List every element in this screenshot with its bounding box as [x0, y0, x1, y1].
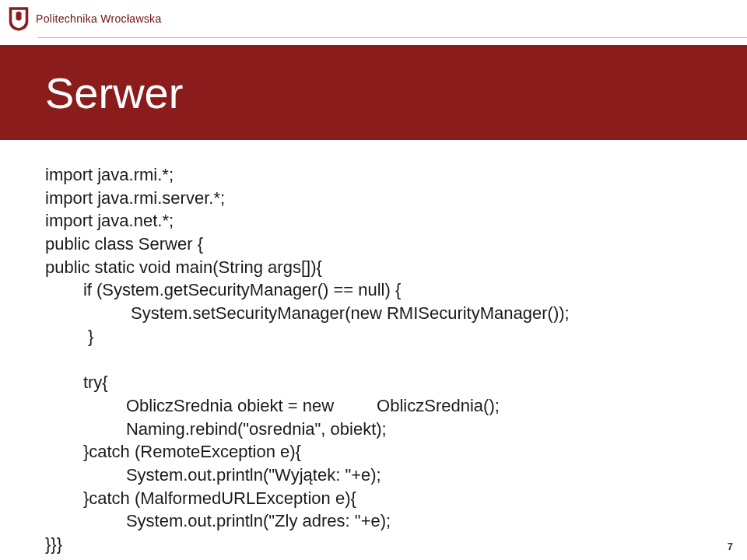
- code-line: System.out.println("Zly adres: "+e);: [45, 511, 391, 530]
- code-line: }catch (RemoteException e){: [45, 442, 301, 461]
- code-line: Naming.rebind("osrednia", obiekt);: [45, 419, 387, 439]
- code-line: }catch (MalformedURLException e){: [45, 488, 356, 508]
- code-line: public static void main(String args[]){: [45, 257, 322, 277]
- divider: [37, 37, 747, 38]
- page-number: 7: [728, 541, 733, 552]
- code-line: }: [45, 327, 93, 346]
- code-line: import java.rmi.server.*;: [45, 188, 225, 208]
- code-line: }}}: [45, 534, 62, 554]
- slide-title: Serwer: [45, 68, 183, 118]
- code-line: System.out.println("Wyjątek: "+e);: [45, 465, 381, 485]
- code-line: import java.net.*;: [45, 211, 174, 230]
- code-block: import java.rmi.*; import java.rmi.serve…: [45, 163, 716, 556]
- code-line: import java.rmi.*;: [45, 165, 174, 184]
- code-line: System.setSecurityManager(new RMISecurit…: [45, 303, 570, 323]
- university-logo: [8, 5, 30, 32]
- header: Politechnika Wrocławska: [0, 0, 747, 37]
- university-name: Politechnika Wrocławska: [36, 12, 161, 25]
- code-line: ObliczSrednia obiekt = new ObliczSrednia…: [45, 396, 500, 415]
- code-line: try{: [45, 373, 108, 392]
- slide-title-band: Serwer: [0, 45, 747, 140]
- code-line: if (System.getSecurityManager() == null)…: [45, 280, 401, 299]
- code-line: public class Serwer {: [45, 234, 203, 254]
